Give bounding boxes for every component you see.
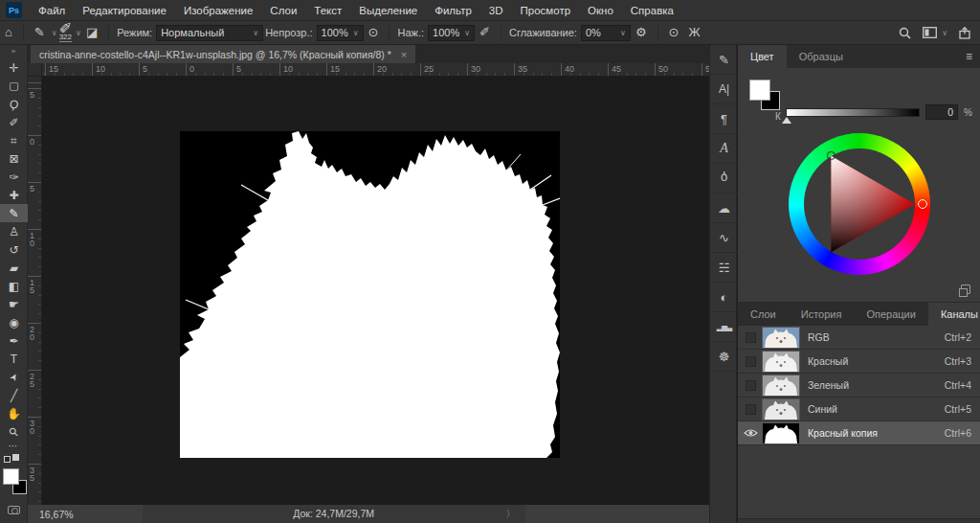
channel-shortcut: Ctrl+6	[945, 427, 980, 439]
tool-eraser[interactable]: ▰	[0, 259, 28, 277]
panel-character-button[interactable]: A|	[710, 75, 738, 104]
resize-panel-icon[interactable]	[961, 284, 970, 294]
tool-clone-stamp[interactable]: ♙	[0, 222, 28, 240]
eye-toggle-empty[interactable]	[738, 356, 763, 367]
gear-icon[interactable]: ⚙	[631, 21, 652, 44]
tool-line[interactable]: ╱	[0, 386, 28, 404]
channel-row[interactable]: ЗеленыйCtrl+4	[738, 374, 980, 398]
panel-histogram-button[interactable]: ▂▅▃	[710, 312, 738, 342]
menu-фильтр[interactable]: Фильтр	[426, 0, 480, 21]
home-icon[interactable]: ⌂	[0, 21, 17, 44]
panel-navigator-button[interactable]: ☸	[710, 342, 738, 372]
gradient-icon: ◧	[9, 280, 19, 293]
foreground-color-swatch[interactable]	[3, 468, 19, 485]
tool-pen[interactable]: ✒	[0, 331, 28, 350]
panel-libraries-button[interactable]: ☁	[710, 193, 738, 223]
color-wheel[interactable]	[789, 133, 930, 275]
menu-текст[interactable]: Текст	[305, 0, 350, 21]
panel-clone-source-button[interactable]: ◐	[710, 283, 738, 312]
edit-toolbar-icon[interactable]: ⋯	[0, 441, 27, 451]
symmetry-icon[interactable]: Ж	[683, 21, 704, 44]
menu-справка[interactable]: Справка	[622, 0, 682, 21]
color-tab-цвет[interactable]: Цвет	[738, 45, 787, 68]
tool-crop[interactable]: ⌗	[0, 131, 28, 149]
menu-просмотр[interactable]: Просмотр	[512, 0, 580, 21]
color-tab-образцы[interactable]: Образцы	[787, 45, 856, 68]
panel-menu-icon[interactable]: ≡	[958, 45, 980, 68]
swap-colors-icon[interactable]	[4, 454, 27, 466]
channel-row[interactable]: КрасныйCtrl+3	[738, 350, 980, 374]
status-chevron-icon[interactable]: 〉	[505, 505, 516, 523]
panel-paragraph-button[interactable]: ¶	[710, 104, 738, 134]
menu-выделение[interactable]: Выделение	[350, 0, 426, 21]
document-tab[interactable]: cristina-anne-costello-c4Ajl--KR1w-unspl…	[31, 45, 415, 63]
collapse-toolbar-icon[interactable]: »	[0, 45, 27, 58]
menu-редактирование[interactable]: Редактирование	[74, 0, 175, 21]
pressure-opacity-icon[interactable]: ⊙	[364, 21, 384, 44]
share-icon[interactable]	[959, 27, 970, 39]
smoothing-input[interactable]: 0% ∨	[581, 25, 631, 41]
panel-tab-операции[interactable]: Операции	[854, 303, 927, 326]
tool-dodge[interactable]: ◉	[0, 313, 28, 331]
menu-файл[interactable]: Файл	[30, 0, 74, 21]
brush-preset-picker[interactable]: ✐ 322	[57, 24, 74, 42]
channel-row[interactable]: RGBCtrl+2	[738, 326, 980, 350]
eye-icon[interactable]	[738, 428, 763, 438]
tool-history-brush[interactable]: ↺	[0, 240, 28, 259]
menu-3d[interactable]: 3D	[480, 0, 512, 21]
tool-type[interactable]: T	[0, 350, 28, 368]
menu-окно[interactable]: Окно	[579, 0, 622, 21]
zoom-level[interactable]: 16,67%	[28, 509, 85, 520]
document-size-info[interactable]: Док: 24,7M/29,7M 〉	[143, 505, 525, 523]
brush-settings-toggle-icon[interactable]: ◪	[81, 21, 102, 44]
panel-tab-каналы[interactable]: Каналы	[928, 303, 980, 326]
panel-tab-слои[interactable]: Слои	[738, 303, 789, 326]
eye-toggle-empty[interactable]	[738, 332, 763, 343]
eye-toggle-empty[interactable]	[738, 380, 763, 391]
panel-properties-button[interactable]: ☵	[710, 253, 738, 283]
tool-gradient[interactable]: ◧	[0, 277, 28, 295]
brush-tool-icon[interactable]: ✎	[30, 21, 50, 44]
menu-слои[interactable]: Слои	[261, 0, 305, 21]
tool-frame[interactable]: ⊠	[0, 149, 28, 168]
hand-icon: ✋	[7, 407, 21, 421]
flow-input[interactable]: 100% ∨	[428, 25, 475, 41]
menu-изображение[interactable]: Изображение	[175, 0, 261, 21]
panel-learn-button[interactable]: ϙ	[710, 164, 738, 193]
tool-hand[interactable]: ✋	[0, 404, 28, 422]
hue-selector[interactable]	[918, 199, 927, 209]
search-icon[interactable]	[899, 27, 911, 39]
color-selector[interactable]	[827, 151, 835, 160]
tool-brush[interactable]: ✎	[0, 204, 28, 222]
opacity-input[interactable]: 100% ∨	[317, 25, 364, 41]
quick-mask-icon[interactable]	[8, 506, 20, 514]
clone-stamp-icon: ♙	[9, 225, 19, 239]
close-tab-icon[interactable]: ×	[401, 49, 407, 60]
k-slider[interactable]	[786, 108, 920, 117]
channel-name: RGB	[808, 331, 945, 343]
pressure-size-icon[interactable]: ⊙	[664, 21, 684, 44]
panel-brush-settings-button[interactable]: ✎	[710, 45, 738, 75]
tool-zoom[interactable]: ⚲	[0, 422, 28, 441]
tool-lasso[interactable]: Ϙ	[0, 95, 28, 113]
mode-select[interactable]: Нормальный ∨	[156, 25, 263, 41]
panel-tab-история[interactable]: История	[789, 303, 855, 326]
tool-spot-healing[interactable]: ✚	[0, 186, 28, 204]
channel-row[interactable]: СинийCtrl+5	[738, 398, 980, 421]
eye-toggle-empty[interactable]	[738, 404, 763, 415]
tool-move[interactable]: ✛	[0, 58, 28, 77]
tool-smudge[interactable]: ☛	[0, 295, 28, 313]
tool-quick-selection[interactable]: ✐	[0, 113, 28, 131]
k-slider-thumb[interactable]	[782, 117, 791, 124]
canvas[interactable]	[180, 131, 560, 458]
channel-row[interactable]: Красный копияCtrl+6	[738, 421, 980, 445]
tool-rectangular-marquee[interactable]: ▢	[0, 77, 28, 95]
tool-path-selection[interactable]: ➤	[0, 368, 28, 386]
panel-glyphs-button[interactable]: A	[710, 134, 738, 164]
panel-paths-button[interactable]: ∿	[710, 223, 738, 253]
tool-eyedropper[interactable]: ✑	[0, 168, 28, 186]
k-value-input[interactable]: 0	[925, 104, 958, 120]
foreground-color-swatch[interactable]	[749, 80, 770, 101]
airbrush-icon[interactable]: ✐	[475, 21, 495, 44]
workspace-switcher-icon[interactable]: ∨	[923, 27, 947, 38]
